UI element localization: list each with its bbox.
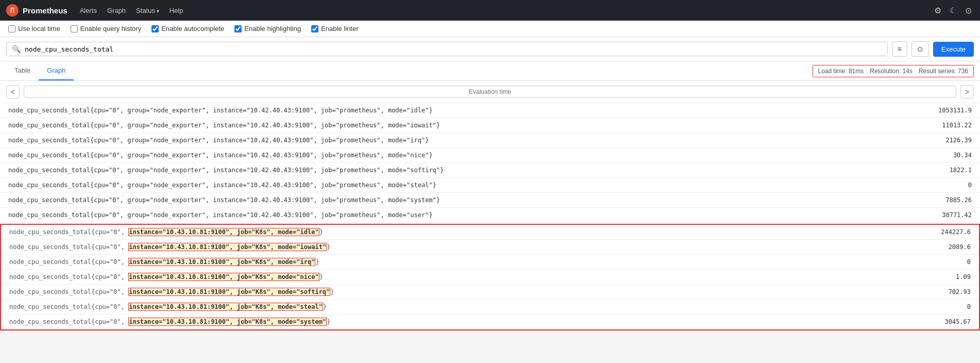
table-row: node_cpu_seconds_total{cpu="0", group="n… — [0, 118, 980, 133]
enable-query-history-label: Enable query history — [80, 25, 142, 32]
metric-value: 0 — [930, 258, 971, 266]
theme-icon-btn[interactable]: ☾ — [948, 4, 959, 18]
nav-help[interactable]: Help — [165, 5, 188, 16]
table-row: node_cpu_seconds_total{cpu="0", instance… — [1, 270, 979, 285]
nav-links: Alerts Graph Status Help — [76, 5, 188, 16]
enable-query-history-input[interactable] — [71, 25, 78, 32]
metric-label: node_cpu_seconds_total{cpu="0", group="n… — [8, 137, 429, 144]
eval-prev-button[interactable]: < — [6, 85, 20, 98]
table-row: node_cpu_seconds_total{cpu="0", instance… — [1, 240, 979, 255]
metric-label: node_cpu_seconds_total{cpu="0", group="n… — [8, 167, 444, 174]
table-row: node_cpu_seconds_total{cpu="0", group="n… — [0, 193, 980, 208]
metric-label: node_cpu_seconds_total{cpu="0", instance… — [9, 258, 319, 266]
results-table: node_cpu_seconds_total{cpu="0", group="n… — [0, 103, 980, 331]
metric-label: node_cpu_seconds_total{cpu="0", instance… — [9, 288, 334, 295]
execute-button[interactable]: Execute — [933, 42, 974, 57]
enable-autocomplete-label: Enable autocomplete — [161, 25, 224, 32]
brand-icon — [6, 4, 19, 16]
table-row: node_cpu_seconds_total{cpu="0", group="n… — [0, 133, 980, 148]
highlight-block: node_cpu_seconds_total{cpu="0", instance… — [0, 224, 980, 331]
navbar-right: ⚙ ☾ ⊙ — [932, 4, 974, 18]
enable-query-history-checkbox[interactable]: Enable query history — [71, 25, 142, 32]
tab-table[interactable]: Table — [6, 61, 39, 80]
metric-value: 244227.6 — [930, 228, 971, 236]
enable-autocomplete-input[interactable] — [151, 25, 159, 32]
enable-autocomplete-checkbox[interactable]: Enable autocomplete — [151, 25, 224, 32]
eval-bar: < > — [0, 81, 980, 103]
metric-value: 2089.6 — [930, 243, 971, 251]
table-row: node_cpu_seconds_total{cpu="0", instance… — [1, 255, 979, 270]
metric-label: node_cpu_seconds_total{cpu="0", group="n… — [8, 196, 440, 204]
metric-value: 2126.39 — [931, 137, 972, 144]
nav-status[interactable]: Status — [132, 5, 163, 16]
enable-highlighting-label: Enable highlighting — [244, 25, 301, 32]
tab-graph[interactable]: Graph — [39, 61, 74, 80]
metric-value: 1053131.9 — [931, 107, 972, 114]
stats-area: Load time: 81ms Resolution: 14s Result s… — [813, 65, 974, 77]
metric-label: node_cpu_seconds_total{cpu="0", group="n… — [8, 211, 433, 219]
use-local-time-label: Use local time — [18, 25, 60, 32]
metric-value: 0 — [930, 303, 971, 310]
eval-next-button[interactable]: > — [960, 85, 974, 98]
table-row: node_cpu_seconds_total{cpu="0", group="n… — [0, 148, 980, 163]
navbar-left: Prometheus Alerts Graph Status Help — [6, 4, 187, 16]
metric-label: node_cpu_seconds_total{cpu="0", instance… — [9, 228, 323, 236]
use-local-time-checkbox[interactable]: Use local time — [8, 25, 60, 32]
metric-value: 7885.26 — [931, 196, 972, 204]
metric-value: 30771.42 — [931, 211, 972, 219]
table-row: node_cpu_seconds_total{cpu="0", instance… — [1, 315, 979, 329]
nav-alerts[interactable]: Alerts — [76, 5, 101, 16]
brand: Prometheus — [6, 4, 67, 16]
metric-value: 1822.1 — [931, 167, 972, 174]
metric-label: node_cpu_seconds_total{cpu="0", instance… — [9, 243, 330, 251]
settings-icon-btn[interactable]: ⚙ — [932, 4, 943, 18]
user-icon-btn[interactable]: ⊙ — [963, 4, 974, 18]
metric-label: node_cpu_seconds_total{cpu="0", group="n… — [8, 182, 436, 189]
navbar: Prometheus Alerts Graph Status Help ⚙ ☾ … — [0, 0, 980, 21]
enable-linter-input[interactable] — [311, 25, 318, 32]
metric-value: 1.09 — [930, 273, 971, 280]
metric-value: 30.34 — [931, 152, 972, 159]
table-row: node_cpu_seconds_total{cpu="0", group="n… — [0, 178, 980, 193]
settings-bar: Use local time Enable query history Enab… — [0, 21, 980, 37]
metric-label: node_cpu_seconds_total{cpu="0", group="n… — [8, 122, 440, 129]
tab-area: Table Graph Load time: 81ms Resolution: … — [0, 61, 980, 81]
eval-time-input[interactable] — [24, 86, 956, 98]
use-local-time-input[interactable] — [8, 25, 15, 32]
nav-graph[interactable]: Graph — [103, 5, 130, 16]
enable-linter-checkbox[interactable]: Enable linter — [311, 25, 358, 32]
result-series-stat: Result series: 736 — [919, 68, 968, 75]
metric-label: node_cpu_seconds_total{cpu="0", instance… — [9, 318, 330, 325]
metric-label: node_cpu_seconds_total{cpu="0", instance… — [9, 303, 327, 310]
load-time-stat: Load time: 81ms — [818, 68, 864, 75]
user-circle-button[interactable]: ⊙ — [911, 41, 929, 57]
brand-label: Prometheus — [23, 6, 67, 15]
search-bar: 🔍 ≡ ⊙ Execute — [0, 37, 980, 61]
search-icon: 🔍 — [12, 45, 21, 53]
metric-label: node_cpu_seconds_total{cpu="0", instance… — [9, 273, 323, 280]
metric-value: 702.93 — [930, 288, 971, 295]
enable-linter-label: Enable linter — [321, 25, 358, 32]
metric-value: 0 — [931, 182, 972, 189]
metric-label: node_cpu_seconds_total{cpu="0", group="n… — [8, 152, 433, 159]
svg-point-0 — [8, 6, 16, 14]
enable-highlighting-input[interactable] — [234, 25, 242, 32]
resolution-stat: Resolution: 14s — [870, 68, 913, 75]
table-row: node_cpu_seconds_total{cpu="0", instance… — [1, 225, 979, 240]
metric-label: node_cpu_seconds_total{cpu="0", group="n… — [8, 107, 433, 114]
list-view-button[interactable]: ≡ — [892, 41, 907, 57]
table-row: node_cpu_seconds_total{cpu="0", instance… — [1, 300, 979, 315]
metric-value: 11013.22 — [931, 122, 972, 129]
metric-value: 3045.67 — [930, 318, 971, 325]
table-row: node_cpu_seconds_total{cpu="0", instance… — [1, 285, 979, 300]
tabs: Table Graph — [6, 61, 74, 80]
search-input-wrapper: 🔍 — [6, 42, 888, 56]
table-row: node_cpu_seconds_total{cpu="0", group="n… — [0, 163, 980, 178]
search-input[interactable] — [25, 45, 882, 53]
table-row: node_cpu_seconds_total{cpu="0", group="n… — [0, 208, 980, 223]
table-row: node_cpu_seconds_total{cpu="0", group="n… — [0, 103, 980, 118]
svg-rect-3 — [11, 8, 14, 9]
enable-highlighting-checkbox[interactable]: Enable highlighting — [234, 25, 301, 32]
